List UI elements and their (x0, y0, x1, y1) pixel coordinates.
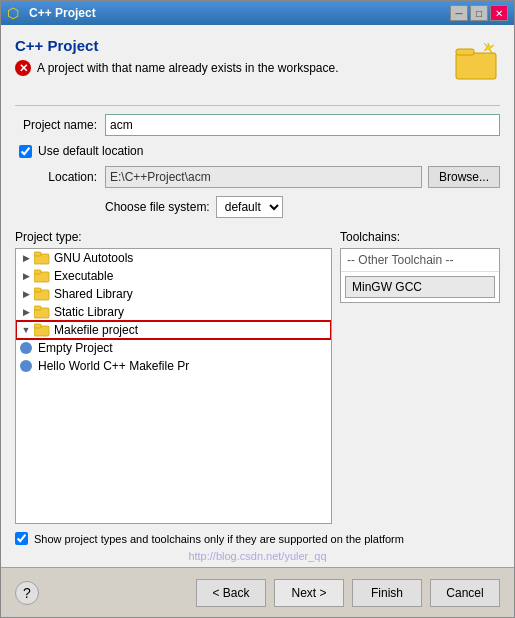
tree-label-gnu-autotools: GNU Autotools (54, 251, 133, 265)
dialog-title: C++ Project (15, 37, 442, 54)
tree-item-static-library[interactable]: ▶ Static Library (16, 303, 331, 321)
maximize-button[interactable]: □ (470, 5, 488, 21)
tree-item-shared-library[interactable]: ▶ Shared Library (16, 285, 331, 303)
expand-static-library[interactable]: ▶ (20, 306, 32, 318)
default-location-checkbox[interactable] (19, 145, 32, 158)
project-type-section: Project type: ▶ GNU Autotools ▶ (15, 230, 332, 524)
folder-icon-shared-library (34, 287, 50, 301)
tree-item-executable[interactable]: ▶ Executable (16, 267, 331, 285)
filesystem-row: Choose file system: default (15, 196, 500, 218)
title-bar-buttons: ─ □ ✕ (450, 5, 508, 21)
title-bar-left: ⬡ C++ Project (7, 5, 96, 21)
browse-button[interactable]: Browse... (428, 166, 500, 188)
cancel-button[interactable]: Cancel (430, 579, 500, 607)
expand-shared-library[interactable]: ▶ (20, 288, 32, 300)
header-divider (15, 105, 500, 106)
help-button[interactable]: ? (15, 581, 39, 605)
folder-icon-gnu-autotools (34, 251, 50, 265)
dialog-content: C++ Project ✕ A project with that name a… (1, 25, 514, 567)
tree-item-empty-project[interactable]: Empty Project (16, 339, 331, 357)
window-icon: ⬡ (7, 5, 23, 21)
svg-rect-7 (34, 288, 41, 292)
show-supported-label: Show project types and toolchains only i… (34, 533, 404, 545)
expand-gnu-autotools[interactable]: ▶ (20, 252, 32, 264)
minimize-button[interactable]: ─ (450, 5, 468, 21)
svg-rect-3 (34, 252, 41, 256)
expand-executable[interactable]: ▶ (20, 270, 32, 282)
filesystem-select[interactable]: default (216, 196, 283, 218)
toolchains-section: Toolchains: -- Other Toolchain -- MinGW … (340, 230, 500, 524)
tree-label-hello-world: Hello World C++ Makefile Pr (38, 359, 189, 373)
project-name-label: Project name: (15, 118, 105, 132)
folder-icon-executable (34, 269, 50, 283)
finish-button[interactable]: Finish (352, 579, 422, 607)
project-name-row: Project name: (15, 114, 500, 136)
back-button[interactable]: < Back (196, 579, 266, 607)
location-label: Location: (15, 170, 105, 184)
error-row: ✕ A project with that name already exist… (15, 60, 442, 76)
project-type-label: Project type: (15, 230, 332, 244)
expand-makefile-project[interactable]: ▼ (20, 324, 32, 336)
title-bar: ⬡ C++ Project ─ □ ✕ (1, 1, 514, 25)
default-location-label: Use default location (38, 144, 143, 158)
svg-rect-9 (34, 306, 41, 310)
project-type-tree[interactable]: ▶ GNU Autotools ▶ Executable (15, 248, 332, 524)
close-button[interactable]: ✕ (490, 5, 508, 21)
tree-item-gnu-autotools[interactable]: ▶ GNU Autotools (16, 249, 331, 267)
tree-label-static-library: Static Library (54, 305, 124, 319)
header-section: C++ Project ✕ A project with that name a… (15, 37, 500, 85)
main-window: ⬡ C++ Project ─ □ ✕ C++ Project ✕ A proj… (0, 0, 515, 618)
default-location-row: Use default location (15, 144, 500, 158)
tree-label-shared-library: Shared Library (54, 287, 133, 301)
folder-svg (454, 39, 498, 83)
svg-rect-5 (34, 270, 41, 274)
header-text: C++ Project ✕ A project with that name a… (15, 37, 442, 76)
trees-section: Project type: ▶ GNU Autotools ▶ (15, 230, 500, 524)
show-supported-checkbox[interactable] (15, 532, 28, 545)
bullet-hello-world (20, 360, 32, 372)
toolchains-panel[interactable]: -- Other Toolchain -- MinGW GCC (340, 248, 500, 303)
tree-item-makefile-project[interactable]: ▼ Makefile project (16, 321, 331, 339)
tree-label-empty-project: Empty Project (38, 341, 113, 355)
title-bar-title: C++ Project (29, 6, 96, 20)
location-row: Location: Browse... (15, 166, 500, 188)
svg-rect-1 (456, 49, 474, 55)
bottom-bar: ? < Back Next > Finish Cancel (1, 567, 514, 617)
location-input[interactable] (105, 166, 422, 188)
bullet-empty-project (20, 342, 32, 354)
error-message: A project with that name already exists … (37, 61, 338, 75)
svg-rect-11 (34, 324, 41, 328)
show-supported-row: Show project types and toolchains only i… (15, 532, 500, 545)
filesystem-label: Choose file system: (105, 200, 210, 214)
toolchain-separator: -- Other Toolchain -- (341, 249, 499, 272)
folder-icon-static-library (34, 305, 50, 319)
toolchain-item-mingw[interactable]: MinGW GCC (345, 276, 495, 298)
toolchains-label: Toolchains: (340, 230, 500, 244)
folder-icon-large (452, 37, 500, 85)
folder-icon-makefile-project (34, 323, 50, 337)
tree-item-hello-world[interactable]: Hello World C++ Makefile Pr (16, 357, 331, 375)
tree-label-executable: Executable (54, 269, 113, 283)
svg-rect-0 (456, 53, 496, 79)
next-button[interactable]: Next > (274, 579, 344, 607)
project-name-input[interactable] (105, 114, 500, 136)
error-icon: ✕ (15, 60, 31, 76)
tree-label-makefile-project: Makefile project (54, 323, 138, 337)
